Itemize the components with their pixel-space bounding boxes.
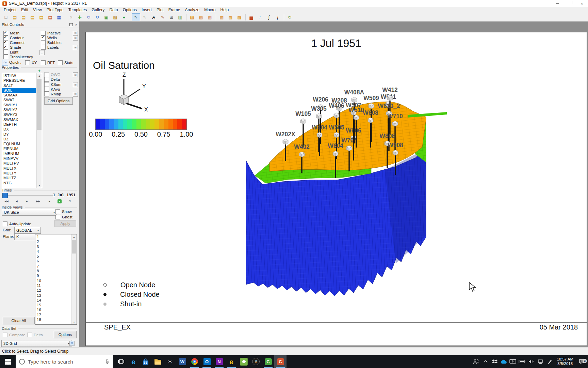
property-item[interactable]: SWAT [2, 97, 36, 102]
ghost-checkbox[interactable]: Ghost [55, 215, 72, 219]
pen-icon[interactable] [545, 359, 554, 364]
property-item[interactable]: NTG [2, 181, 36, 185]
plane-item[interactable]: 14 [35, 298, 71, 303]
property-item[interactable]: SOIL [2, 88, 36, 93]
grid-plot-button[interactable]: ▨ [197, 13, 205, 21]
bubbles-checkbox[interactable]: Bubbles [41, 40, 62, 45]
apply-button[interactable]: Apply [54, 220, 76, 227]
owg-checkbox[interactable]: OWG [44, 72, 61, 77]
rotate-tool-button[interactable]: ↻ [84, 13, 93, 21]
scroll-down-icon[interactable]: ▼ [71, 320, 77, 324]
battery-icon[interactable] [518, 359, 527, 364]
property-item[interactable]: SOMAX [2, 93, 36, 97]
property-item[interactable]: SALT [2, 83, 36, 88]
chevron-up-icon[interactable] [481, 360, 490, 363]
property-item[interactable]: MULTY [2, 171, 36, 175]
redraw-button[interactable]: ● [120, 13, 128, 21]
ksum-checkbox[interactable]: KSum [44, 82, 61, 87]
refresh-data-button[interactable]: ↻ [285, 13, 294, 21]
record-animation-button[interactable]: ▸ [56, 199, 63, 204]
clear-all-button[interactable]: Clear All [3, 317, 35, 324]
screen-share-icon[interactable] [508, 359, 518, 364]
ksum-options-button[interactable]: ⊞ [73, 82, 78, 87]
rotate-axis-tool-button[interactable]: ↺ [93, 13, 102, 21]
plane-item[interactable]: 13 [35, 293, 71, 298]
plane-scrollbar[interactable]: ▲ ▼ [71, 234, 77, 324]
property-item[interactable]: PRESSURE [2, 78, 36, 83]
quick-refresh-icon[interactable]: ↷ [2, 60, 8, 66]
word-taskbar-button[interactable]: W [176, 355, 189, 368]
plane-item[interactable]: 10 [35, 278, 71, 283]
delta-checkbox[interactable]: Delta [44, 77, 60, 82]
camtasia-recorder-taskbar-button[interactable]: C [274, 355, 287, 368]
dropbox-icon[interactable] [490, 359, 499, 364]
task-view-taskbar-button[interactable] [115, 355, 127, 368]
chrome-taskbar-button[interactable] [189, 355, 201, 368]
menu-item[interactable]: Project [1, 7, 19, 12]
outlook-taskbar-button[interactable]: O [201, 355, 213, 368]
plane-item[interactable]: 2 [35, 239, 71, 244]
plane-item[interactable]: 4 [35, 249, 71, 254]
microphone-icon[interactable] [105, 359, 110, 365]
quick-rft-checkbox[interactable]: RFT [41, 60, 55, 65]
save-project-button[interactable]: ▦ [55, 13, 63, 21]
menu-item[interactable]: Insert [139, 7, 154, 12]
properties-scrollbar[interactable]: ▲ ▼ [36, 73, 42, 188]
light-checkbox[interactable]: Light [3, 50, 18, 55]
quick-xy-checkbox[interactable]: XY [25, 60, 37, 65]
property-item[interactable]: SWHY2 [2, 107, 36, 112]
fast-forward-button[interactable]: ▶▶ [35, 199, 42, 204]
wells-checkbox[interactable]: Wells [41, 35, 57, 40]
menu-item[interactable]: Gallery [89, 7, 107, 12]
plane-item[interactable]: 12 [35, 288, 71, 293]
light-options-button[interactable]: … [39, 50, 45, 55]
people-icon[interactable] [472, 359, 481, 364]
onedrive-icon[interactable] [499, 359, 508, 364]
restore-button[interactable] [564, 0, 576, 7]
connect-checkbox[interactable]: Connect [3, 40, 24, 45]
camtasia-taskbar-button[interactable]: C [262, 355, 274, 368]
app-circle-taskbar-button[interactable]: # [250, 355, 262, 368]
plane-item[interactable]: 1 [35, 234, 71, 239]
functions-button[interactable]: ƒ [274, 13, 282, 21]
kavg-checkbox[interactable]: KAvg [44, 87, 60, 92]
wells-options-button[interactable]: ⊞ [73, 35, 78, 41]
plane-item[interactable]: 15 [35, 303, 71, 307]
show-checkbox[interactable]: Show [55, 209, 72, 214]
tecplot-rs-taskbar-button[interactable] [238, 355, 250, 368]
property-item[interactable]: MULTPV [2, 161, 36, 166]
menu-item[interactable]: Templates [66, 7, 89, 12]
menu-item[interactable]: Frame [166, 7, 183, 12]
open-project-button[interactable]: ▤ [11, 13, 19, 21]
scrollbar-thumb[interactable] [72, 240, 76, 254]
menu-item[interactable]: Options [120, 7, 139, 12]
property-item[interactable]: DZ [2, 137, 36, 141]
fit-view-button[interactable]: ▣ [102, 13, 111, 21]
property-item[interactable]: ISTHW [2, 73, 36, 78]
xy-plot-button[interactable]: ▨ [188, 13, 196, 21]
panel-close-icon[interactable]: × [75, 22, 77, 27]
add-property-icon[interactable]: + [38, 68, 40, 73]
histogram-plot-button[interactable]: ▅ [247, 13, 256, 21]
plot-mode-dropdown[interactable]: 3D Grid▾ [1, 340, 71, 347]
scroll-up-icon[interactable]: ▲ [71, 234, 77, 239]
frame-layout-button[interactable]: ⊞ [167, 13, 176, 21]
plot-frame[interactable]: 1 Jul 1951 Oil Saturation Z Y X 0.000.25… [85, 32, 587, 346]
property-item[interactable]: DX [2, 127, 36, 132]
open-view-file-button[interactable]: ▤ [37, 13, 46, 21]
snipping-tool-taskbar-button[interactable]: ✂ [164, 355, 176, 368]
owg-options-button[interactable]: ⊞ [73, 72, 78, 77]
history-plot-button[interactable]: ▨ [206, 13, 214, 21]
scrollbar-thumb[interactable] [37, 79, 42, 130]
plane-item[interactable]: 7 [35, 264, 71, 269]
inactive-options-button[interactable]: ⊞ [73, 31, 78, 36]
property-item[interactable]: SWHY1 [2, 103, 36, 107]
dock-icon[interactable] [69, 23, 73, 26]
plane-item[interactable]: 8 [35, 269, 71, 273]
text-tool-button[interactable]: A [149, 13, 158, 21]
compare-checkbox[interactable]: Compare [3, 333, 25, 337]
adjust-tool-button[interactable]: ↖ [141, 13, 149, 21]
property-item[interactable]: SWHY3 [2, 112, 36, 117]
crossplot-button[interactable]: ∴ [256, 13, 264, 21]
property-item[interactable]: DY [2, 132, 36, 137]
